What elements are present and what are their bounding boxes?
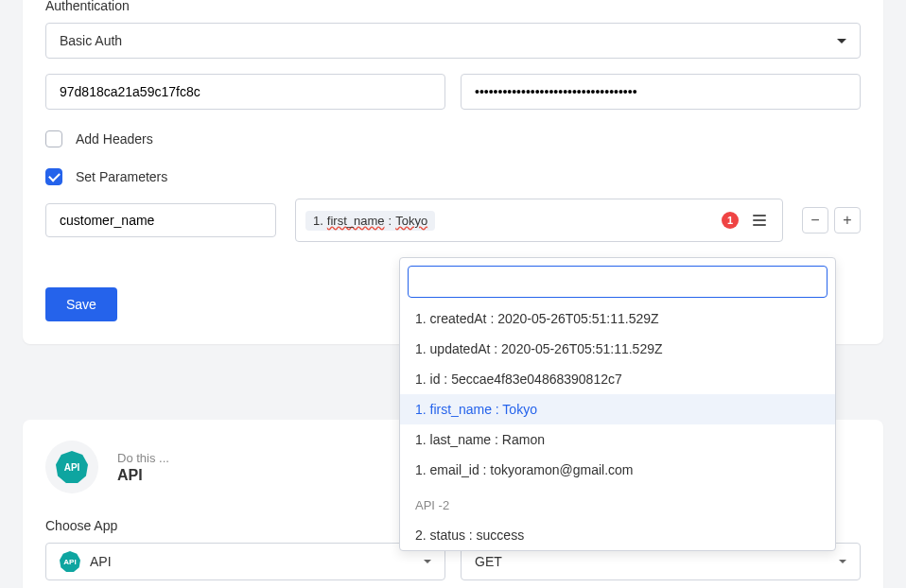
- dropdown-item[interactable]: 1. updatedAt : 2020-05-26T05:51:11.529Z: [400, 334, 835, 364]
- choose-app-value: API: [90, 554, 112, 569]
- dropdown-item[interactable]: 1. createdAt : 2020-05-26T05:51:11.529Z: [400, 303, 835, 334]
- add-headers-row: Add Headers: [45, 130, 861, 147]
- chevron-down-icon: [424, 560, 431, 563]
- hamburger-icon-button[interactable]: [746, 207, 773, 233]
- param-value-dropdown: 1. createdAt : 2020-05-26T05:51:11.529Z …: [399, 257, 836, 551]
- add-param-button[interactable]: +: [834, 207, 861, 233]
- dropdown-item[interactable]: 1. email_id : tokyoramon@gmail.com: [400, 455, 835, 485]
- set-parameters-checkbox[interactable]: [45, 168, 62, 185]
- auth-type-value: Basic Auth: [60, 33, 122, 48]
- dropdown-list: 1. createdAt : 2020-05-26T05:51:11.529Z …: [400, 303, 835, 550]
- api-icon: API: [56, 451, 88, 483]
- save-button[interactable]: Save: [45, 287, 117, 321]
- param-value-select[interactable]: 1. first_name : Tokyo 1: [295, 199, 783, 242]
- dropdown-item[interactable]: 1. first_name : Tokyo: [400, 394, 835, 424]
- do-this-label: Do this ...: [117, 451, 169, 465]
- dropdown-item[interactable]: 1. id : 5eccae4f83e04868390812c7: [400, 364, 835, 394]
- auth-password-input[interactable]: [461, 74, 861, 110]
- chevron-down-icon: [837, 39, 846, 43]
- auth-username-input[interactable]: [45, 74, 445, 110]
- param-badge: 1: [722, 212, 739, 229]
- app-icon-circle: API: [45, 441, 98, 493]
- remove-param-button[interactable]: −: [802, 207, 828, 233]
- dropdown-search-input[interactable]: [408, 266, 828, 298]
- auth-type-select[interactable]: Basic Auth: [45, 23, 861, 59]
- add-headers-label: Add Headers: [76, 131, 153, 147]
- add-headers-checkbox[interactable]: [45, 130, 62, 147]
- set-parameters-row: Set Parameters: [45, 168, 861, 185]
- dropdown-group-label: API -2: [400, 485, 835, 520]
- dropdown-item[interactable]: 1. last_name : Ramon: [400, 424, 835, 455]
- set-parameters-label: Set Parameters: [76, 169, 167, 184]
- hamburger-icon: [753, 215, 766, 226]
- auth-label: Authentication: [45, 0, 861, 13]
- method-value: GET: [475, 554, 502, 569]
- dropdown-item[interactable]: 2. status : success: [400, 520, 835, 550]
- chevron-down-icon: [839, 560, 846, 563]
- api-icon: API: [60, 551, 80, 572]
- param-key-input[interactable]: [45, 203, 276, 237]
- choose-app-select[interactable]: API API: [45, 543, 445, 580]
- app-name-label: API: [117, 467, 169, 484]
- param-value-tag: 1. first_name : Tokyo: [305, 211, 435, 231]
